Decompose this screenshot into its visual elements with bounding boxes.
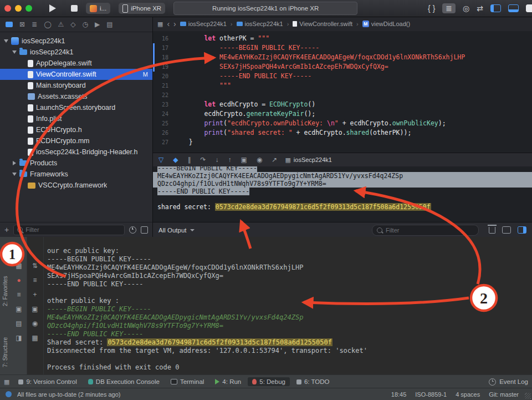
soft-wrap-button[interactable]: ≡ — [33, 277, 37, 284]
memory-graph-button[interactable]: ◉ — [257, 156, 262, 163]
step-out-button[interactable]: ↑ — [228, 156, 232, 163]
rerun-button[interactable]: ↻ — [16, 248, 22, 255]
minimize-window-button[interactable] — [15, 5, 22, 12]
git-branch[interactable]: Git: master — [489, 391, 519, 398]
source-control-filter-icon[interactable] — [141, 226, 148, 234]
tool-window-button[interactable]: Terminal — [166, 377, 208, 386]
file-row[interactable]: iosSecp224k1-Bridging-Header.h — [0, 146, 152, 158]
navigator-filter-bar: + Filter — [0, 222, 152, 237]
file-row[interactable]: LaunchScreen.storyboard — [0, 102, 152, 113]
breakpoint-navigator-icon[interactable]: ▶ — [95, 21, 100, 28]
file-row[interactable]: AppDelegate.swift — [0, 58, 152, 69]
pin-tab-button[interactable]: ▤ — [16, 320, 22, 327]
expand-all-button[interactable]: + — [33, 291, 37, 298]
view-debugger-button[interactable]: ▣ — [241, 156, 247, 163]
scheme-selector[interactable]: i... — [86, 3, 110, 14]
toggle-navigator-button[interactable] — [490, 4, 501, 12]
file-row[interactable]: Info.plist — [0, 113, 152, 124]
tool-window-button[interactable]: DB Execution Console — [84, 377, 164, 386]
file-row[interactable]: Products — [0, 158, 152, 169]
source-control-navigator-icon[interactable]: ⊠ — [19, 21, 25, 28]
debug-process-chip[interactable]: ▦ iosSecp224k1 — [285, 156, 332, 163]
xcode-console[interactable]: -----BEGIN PUBLIC KEY-----ME4wEAYHKoZIzj… — [153, 166, 532, 223]
standard-editor-button[interactable]: ≣ — [442, 3, 456, 13]
console-settings-button[interactable]: ▦ — [32, 335, 38, 342]
file-row[interactable]: Frameworks — [0, 169, 152, 180]
sort-button[interactable]: ⇅ — [32, 262, 38, 270]
file-row[interactable]: ViewController.swiftM — [0, 69, 152, 80]
add-file-button[interactable]: + — [4, 226, 9, 234]
tool-window-button[interactable]: 6: TODO — [292, 377, 334, 386]
console-menu-button[interactable]: ≡ — [17, 291, 21, 298]
breadcrumb-file[interactable]: ViewController.swift — [293, 21, 352, 27]
run-console[interactable]: our ec public key:-----BEGIN PUBLIC KEY-… — [47, 247, 529, 375]
breakpoints-toggle-button[interactable]: ◆ — [173, 156, 178, 163]
debug-navigator-icon[interactable]: ◷ — [83, 21, 88, 28]
project-navigator-icon[interactable] — [6, 22, 13, 27]
code-editor[interactable]: 16 let otherPK = """17 -----BEGIN PUBLIC… — [153, 31, 532, 155]
destination-selector[interactable]: iPhone XR — [119, 3, 165, 14]
tool-window-button[interactable]: 9: Version Control — [14, 377, 81, 386]
file-row[interactable]: Main.storyboard — [0, 80, 152, 91]
tool-window-button-favorites[interactable]: 2: Favorites — [2, 276, 8, 306]
file-encoding[interactable]: ISO-8859-1 — [415, 391, 447, 398]
tool-window-button[interactable]: 5: Debug — [248, 377, 290, 386]
code-snippets-icon[interactable]: { } — [428, 4, 435, 12]
simulate-location-button[interactable]: ↗ — [272, 156, 277, 163]
stop-button[interactable]: ● — [17, 277, 21, 284]
breadcrumb-project[interactable]: iosSecp224k1 — [180, 21, 227, 27]
filter-icon — [17, 227, 23, 232]
variables-view-toggle[interactable] — [502, 226, 511, 234]
run-button[interactable] — [49, 4, 56, 12]
breadcrumb-method[interactable]: M viewDidLoad() — [362, 21, 410, 27]
clear-console-button[interactable] — [489, 227, 495, 234]
code-line: 19 SEXs7jHSpoaPQH4vArcGmIb1cAZcepEh7WDQx… — [153, 62, 532, 72]
file-row[interactable]: ECDHCrypto.mm — [0, 135, 152, 146]
console-filter-field[interactable]: Filter — [372, 225, 479, 236]
file-row[interactable]: VSCCrypto.framework — [0, 180, 152, 191]
breadcrumb-group[interactable]: iosSecp224k1 — [237, 21, 283, 27]
symbol-navigator-icon[interactable]: ≣ — [32, 21, 37, 28]
update-status-icon[interactable] — [6, 391, 12, 397]
related-items-icon[interactable]: ▦ — [157, 21, 163, 27]
resize-grip[interactable] — [525, 393, 531, 399]
tool-window-button[interactable]: 4: Run — [211, 377, 245, 386]
toggle-debug-area-button[interactable] — [508, 4, 519, 12]
step-into-button[interactable]: ↓ — [216, 156, 219, 163]
hide-debug-area-button[interactable]: ▽ — [158, 156, 163, 163]
print-console-button[interactable]: ▣ — [32, 306, 38, 313]
file-row[interactable]: iosSecp224k1 — [0, 36, 152, 47]
view-options-button[interactable]: ▦ — [16, 262, 22, 270]
file-row[interactable]: ECDHCrypto.h — [0, 124, 152, 135]
zoom-window-button[interactable] — [25, 5, 32, 12]
assistant-editor-button[interactable]: ◎ — [463, 4, 469, 12]
back-button[interactable]: ‹ — [167, 20, 170, 28]
close-window-button[interactable] — [4, 5, 11, 12]
recent-files-filter-icon[interactable] — [129, 226, 136, 234]
report-navigator-icon[interactable]: ▤ — [106, 21, 112, 28]
test-navigator-icon[interactable]: ◇ — [70, 21, 75, 28]
restore-layout-button[interactable]: ▣ — [16, 306, 22, 313]
toggle-inspector-button[interactable] — [526, 4, 532, 12]
forward-button[interactable]: › — [173, 20, 176, 28]
line-number: 25 — [153, 119, 173, 128]
clear-console-button[interactable]: ◉ — [32, 320, 38, 327]
file-row[interactable]: Assets.xcassets — [0, 91, 152, 102]
navigator-filter-field[interactable]: Filter — [13, 225, 125, 235]
folder-icon — [19, 49, 27, 55]
event-log-button[interactable]: Event Log — [489, 378, 528, 386]
indent-setting[interactable]: 4 spaces — [456, 391, 480, 398]
stop-button[interactable] — [71, 5, 78, 12]
console-view-toggle[interactable] — [518, 226, 526, 234]
file-row[interactable]: iosSecp224k1 — [0, 47, 152, 58]
find-navigator-icon[interactable]: ◯ — [44, 21, 51, 28]
issue-navigator-icon[interactable]: ⚠ — [58, 21, 64, 28]
step-over-button[interactable]: ↷ — [200, 156, 206, 163]
split-button[interactable]: ◨ — [16, 335, 22, 342]
pause-execution-button[interactable]: ∥ — [187, 156, 191, 163]
tool-window-switcher-icon[interactable]: ▦ — [4, 379, 9, 385]
console-scope-dropdown[interactable]: All Output — [158, 227, 195, 234]
tool-window-button-structure[interactable]: 7: Structure — [2, 337, 8, 367]
version-editor-button[interactable]: ⇄ — [477, 4, 483, 12]
caret-position[interactable]: 18:45 — [391, 391, 407, 398]
